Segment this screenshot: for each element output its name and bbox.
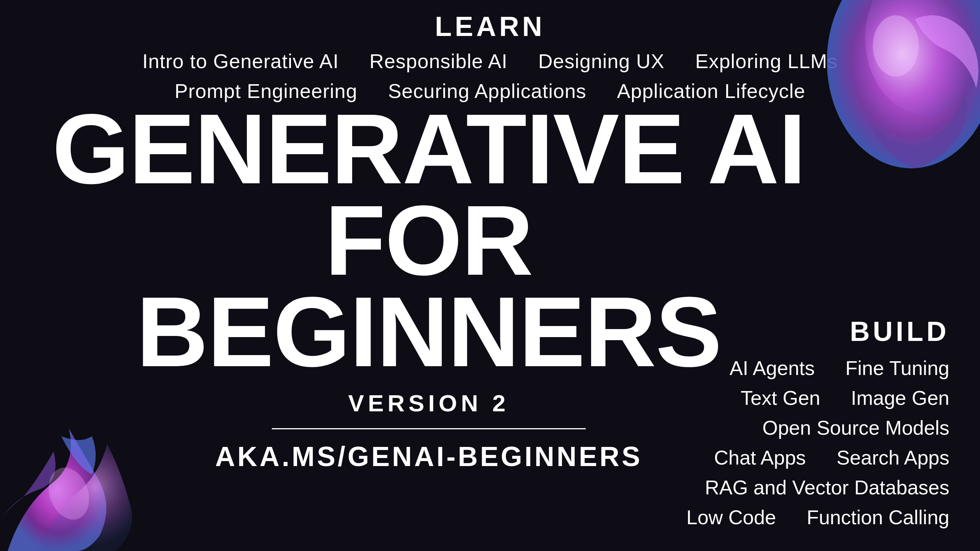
divider xyxy=(272,428,586,429)
build-item-imagegen[interactable]: Image Gen xyxy=(851,386,949,409)
build-row-5: RAG and Vector Databases xyxy=(686,476,949,499)
blob-top-right xyxy=(781,0,980,168)
title-line-2: FOR xyxy=(0,195,858,286)
blob-bottom-left xyxy=(0,360,161,551)
build-row-1: AI Agents Fine Tuning xyxy=(686,357,949,380)
build-item-functioncalling[interactable]: Function Calling xyxy=(807,506,949,529)
svg-point-2 xyxy=(873,15,919,77)
build-item-opensource[interactable]: Open Source Models xyxy=(763,416,950,439)
build-item-agents[interactable]: AI Agents xyxy=(730,357,815,380)
learn-item-responsible[interactable]: Responsible AI xyxy=(369,50,508,73)
blob-top-right-svg xyxy=(781,0,980,168)
title-line-1: GENERATIVE AI xyxy=(0,103,858,195)
build-section: BUILD AI Agents Fine Tuning Text Gen Ima… xyxy=(686,316,949,536)
build-label: BUILD xyxy=(686,316,949,347)
build-row-3: Open Source Models xyxy=(686,416,949,439)
build-item-finetuning[interactable]: Fine Tuning xyxy=(845,357,949,380)
blob-bottom-left-svg xyxy=(0,360,161,551)
learn-item-ux[interactable]: Designing UX xyxy=(538,50,665,73)
build-item-chatapps[interactable]: Chat Apps xyxy=(714,446,806,469)
build-item-rag[interactable]: RAG and Vector Databases xyxy=(705,476,949,499)
build-item-searchapps[interactable]: Search Apps xyxy=(836,446,949,469)
build-item-textgen[interactable]: Text Gen xyxy=(741,386,820,409)
build-row-6: Low Code Function Calling xyxy=(686,506,949,529)
learn-item-intro[interactable]: Intro to Generative AI xyxy=(142,50,339,73)
page-container: LEARN Intro to Generative AI Responsible… xyxy=(0,0,980,551)
build-item-lowcode[interactable]: Low Code xyxy=(686,506,776,529)
build-row-2: Text Gen Image Gen xyxy=(686,386,949,409)
build-row-4: Chat Apps Search Apps xyxy=(686,446,949,469)
